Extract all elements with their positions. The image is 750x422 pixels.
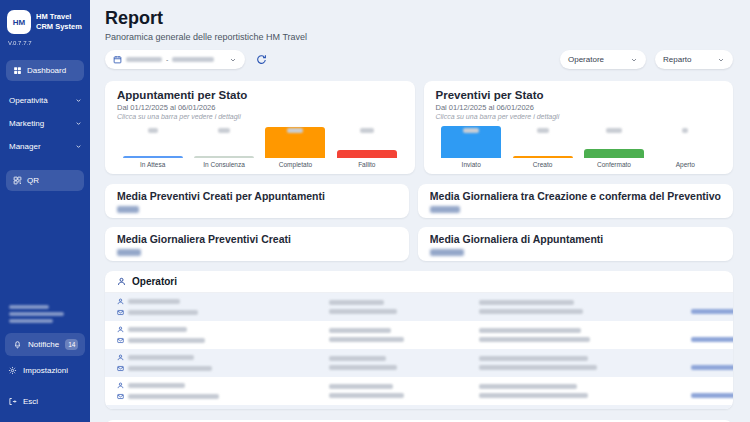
- bar-chart: In AttesaIn ConsulenzaCompletatoFallito: [117, 121, 403, 169]
- metrics-grid: Media Preventivi Creati per Appuntamenti…: [105, 184, 733, 261]
- sidebar-item-marketing[interactable]: Marketing: [0, 112, 90, 135]
- operator-stats-cell: [479, 356, 691, 370]
- metric-title: Media Preventivi Creati per Appuntamenti: [117, 190, 397, 202]
- bar-value-redacted: [360, 128, 374, 133]
- bar-column[interactable]: In Attesa: [117, 121, 188, 169]
- bar-column[interactable]: Confermato: [578, 121, 649, 169]
- chart-hint: Clicca su una barra per vedere i dettagl…: [117, 113, 403, 120]
- bar[interactable]: [513, 156, 573, 158]
- bar-column[interactable]: Aperto: [650, 121, 721, 169]
- bar-value-redacted: [463, 128, 479, 133]
- category-label: Creato: [533, 161, 553, 169]
- bar[interactable]: [584, 149, 644, 158]
- stat-redacted: [329, 337, 404, 342]
- metric-value-redacted: [117, 249, 141, 256]
- metric-title: Media Giornaliera tra Creazione e confer…: [430, 190, 721, 202]
- bar-column[interactable]: Creato: [507, 121, 578, 169]
- chart-title: Preventivi per Stato: [436, 89, 722, 101]
- bar-column[interactable]: Inviato: [436, 121, 507, 169]
- stat-redacted: [479, 309, 583, 314]
- operator-actions-cell: [691, 356, 733, 370]
- notifications-badge: 14: [65, 339, 78, 350]
- metric-title: Media Giornaliera Preventivi Creati: [117, 233, 397, 245]
- bar-column[interactable]: Completato: [260, 121, 331, 169]
- operatore-select-label: Operatore: [568, 55, 604, 64]
- operator-name-redacted: [128, 327, 187, 332]
- stat-redacted: [329, 384, 393, 389]
- operator-stats-cell: [479, 384, 691, 398]
- operator-identity-cell: [117, 298, 329, 316]
- chevron-down-icon: [75, 143, 82, 150]
- chart-date-range: Dal 01/12/2025 al 06/01/2026: [436, 103, 722, 112]
- sidebar-item-qr[interactable]: QR: [6, 170, 84, 191]
- operator-actions-cell: [691, 300, 733, 314]
- refresh-button[interactable]: [256, 54, 267, 65]
- stat-redacted: [329, 309, 397, 314]
- metric-card: Media Giornaliera di Appuntamenti: [418, 227, 733, 261]
- bar[interactable]: [337, 150, 397, 158]
- sidebar-footer: Notifiche 14 Impostazioni Esci: [0, 305, 90, 412]
- sidebar-item-label: Marketing: [9, 119, 44, 128]
- sidebar-item-operativita[interactable]: Operatività: [0, 89, 90, 112]
- gear-icon: [8, 366, 17, 375]
- category-label: In Attesa: [140, 161, 165, 169]
- page-subtitle: Panoramica generale delle reportistiche …: [105, 32, 733, 42]
- stat-redacted: [479, 393, 588, 398]
- operator-email-redacted: [128, 394, 219, 399]
- sidebar-item-esci[interactable]: Esci: [0, 391, 90, 412]
- operator-stats-cell: [329, 356, 479, 370]
- table-row[interactable]: [105, 321, 733, 349]
- sidebar-item-dashboard[interactable]: Dashboard: [6, 60, 84, 81]
- action-links-redacted[interactable]: [691, 337, 733, 342]
- metric-value-redacted: [117, 206, 139, 213]
- person-icon: [117, 382, 124, 389]
- bar-column[interactable]: In Consulenza: [188, 121, 259, 169]
- reparto-select[interactable]: Reparto: [655, 50, 733, 69]
- bar[interactable]: [194, 156, 254, 158]
- envelope-icon: [117, 337, 124, 344]
- metric-title: Media Giornaliera di Appuntamenti: [430, 233, 721, 245]
- table-row[interactable]: [105, 293, 733, 321]
- operator-email-redacted: [128, 310, 198, 315]
- envelope-icon: [117, 365, 124, 372]
- bar-column[interactable]: Fallito: [331, 121, 402, 169]
- category-label: Aperto: [676, 161, 695, 169]
- app-title: HM Travel CRM System: [36, 12, 83, 32]
- date-range-picker[interactable]: -: [105, 50, 245, 69]
- preventivi-per-stato-card: Preventivi per Stato Dal 01/12/2025 al 0…: [424, 81, 734, 174]
- category-label: Inviato: [462, 161, 481, 169]
- notifications-label: Notifiche: [28, 340, 59, 349]
- sidebar-item-impostazioni[interactable]: Impostazioni: [0, 360, 90, 381]
- operator-stats-cell: [329, 300, 479, 314]
- operator-email-redacted: [128, 338, 205, 343]
- envelope-icon: [117, 393, 124, 400]
- action-links-redacted[interactable]: [691, 365, 733, 370]
- operator-name-redacted: [128, 383, 185, 388]
- sidebar-item-label: Operatività: [9, 96, 48, 105]
- sidebar-item-manager[interactable]: Manager: [0, 135, 90, 158]
- bar-value-redacted: [537, 128, 549, 133]
- table-row[interactable]: [105, 405, 733, 409]
- operator-name-redacted: [128, 355, 194, 360]
- person-icon: [117, 298, 124, 305]
- operators-table-card: Operatori: [105, 271, 733, 409]
- operatore-select[interactable]: Operatore: [560, 50, 646, 69]
- chart-title: Appuntamenti per Stato: [117, 89, 403, 101]
- dashboard-grid-icon: [13, 66, 22, 75]
- operator-name-redacted: [128, 299, 180, 304]
- stat-redacted: [329, 328, 391, 333]
- table-row[interactable]: [105, 349, 733, 377]
- bar-value-redacted: [287, 128, 303, 133]
- bar[interactable]: [123, 156, 183, 158]
- sidebar-item-notifiche[interactable]: Notifiche 14: [5, 333, 85, 356]
- stat-redacted: [479, 300, 574, 305]
- action-links-redacted[interactable]: [691, 393, 733, 398]
- settings-label: Impostazioni: [23, 366, 68, 375]
- chart-date-range: Dal 01/12/2025 al 06/01/2026: [117, 103, 403, 112]
- date-separator: -: [166, 56, 168, 63]
- table-row[interactable]: [105, 377, 733, 405]
- action-links-redacted[interactable]: [691, 309, 733, 314]
- operators-title: Operatori: [132, 276, 177, 287]
- operator-stats-cell: [329, 328, 479, 342]
- operator-identity-cell: [117, 326, 329, 344]
